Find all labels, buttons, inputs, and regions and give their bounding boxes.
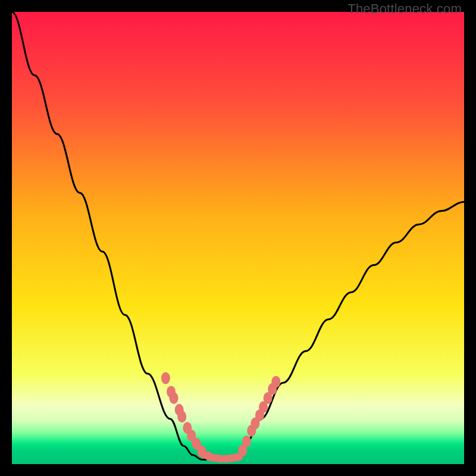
data-marker xyxy=(170,392,178,404)
chart-frame: TheBottleneck.com xyxy=(0,0,476,476)
watermark-text: TheBottleneck.com xyxy=(347,1,462,17)
data-marker xyxy=(177,411,186,422)
data-marker xyxy=(271,376,280,388)
data-marker xyxy=(161,372,170,384)
data-marker xyxy=(231,453,243,461)
bottleneck-curve xyxy=(12,12,464,464)
plot-area xyxy=(12,12,464,464)
data-marker xyxy=(242,436,251,447)
